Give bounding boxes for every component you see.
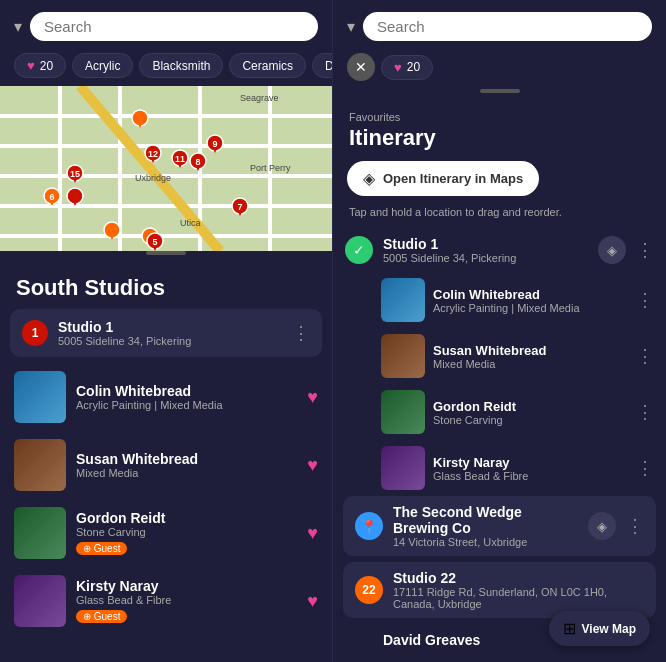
fav-count: 20 <box>407 60 420 74</box>
right-studio-addr: 17111 Ridge Rd, Sunderland, ON L0C 1H0, … <box>393 586 644 610</box>
heart-icon: ♥ <box>394 60 402 75</box>
right-studio-name: The Second Wedge Brewing Co <box>393 504 578 536</box>
open-maps-label: Open Itinerary in Maps <box>383 171 523 186</box>
left-panel: ▾ ♥ 20 Acrylic Blacksmith Ceramics Drawi… <box>0 0 333 662</box>
heart-button[interactable]: ♥ <box>307 523 318 544</box>
location-dot-icon: 📍 <box>355 512 383 540</box>
right-studio-item[interactable]: ✓ Studio 1 5005 Sideline 34, Pickering ◈… <box>333 228 666 272</box>
right-artist-item[interactable]: Gordon Reidt Stone Carving ⋮ <box>333 384 666 440</box>
studio-item[interactable]: 1 Studio 1 5005 Sideline 34, Pickering ⋮ <box>10 309 322 357</box>
right-studio-item[interactable]: 22 Studio 22 17111 Ridge Rd, Sunderland,… <box>343 562 656 618</box>
studio-number: 1 <box>22 320 48 346</box>
chip-fav[interactable]: ♥ 20 <box>14 53 66 78</box>
itinerary-title: Itinerary <box>333 125 666 161</box>
chip-label: Ceramics <box>242 59 293 73</box>
right-artist-info: Susan Whitebread Mixed Media <box>433 343 628 370</box>
right-search-wrap[interactable] <box>363 12 652 41</box>
heart-button[interactable]: ♥ <box>307 387 318 408</box>
close-button[interactable]: ✕ <box>347 53 375 81</box>
artist-name: Susan Whitebread <box>76 451 297 467</box>
left-chevron-icon[interactable]: ▾ <box>14 17 22 36</box>
drag-hint: Tap and hold a location to drag and reor… <box>333 206 666 228</box>
right-search-input[interactable] <box>377 18 638 35</box>
artist-item[interactable]: Susan Whitebread Mixed Media ♥ <box>0 431 332 499</box>
artist-thumb <box>381 446 425 490</box>
right-artist-item[interactable]: Susan Whitebread Mixed Media ⋮ <box>333 328 666 384</box>
more-icon[interactable]: ⋮ <box>636 345 654 367</box>
chip-drawing[interactable]: Drawi... <box>312 53 332 78</box>
artist-thumb <box>381 278 425 322</box>
artist-name: Gordon Reidt <box>76 510 297 526</box>
open-maps-button[interactable]: ◈ Open Itinerary in Maps <box>347 161 539 196</box>
artist-thumb <box>381 390 425 434</box>
right-artist-name: Kirsty Naray <box>433 455 628 470</box>
maps-icon: ◈ <box>363 169 375 188</box>
right-studio-addr: 14 Victoria Street, Uxbridge <box>393 536 578 548</box>
guest-badge: ⊕ Guest <box>76 610 127 623</box>
chip-label: Acrylic <box>85 59 120 73</box>
heart-button[interactable]: ♥ <box>307 591 318 612</box>
artist-thumb <box>14 575 66 627</box>
artist-thumb <box>14 371 66 423</box>
left-chips: ♥ 20 Acrylic Blacksmith Ceramics Drawi..… <box>0 49 332 86</box>
chip-acrylic[interactable]: Acrylic <box>72 53 133 78</box>
left-search-wrap[interactable] <box>30 12 318 41</box>
right-studio-addr: 5005 Sideline 34, Pickering <box>383 252 588 264</box>
left-search-input[interactable] <box>44 18 304 35</box>
right-artist-info: Kirsty Naray Glass Bead & Fibre <box>433 455 628 482</box>
studio-info: Studio 1 5005 Sideline 34, Pickering <box>58 319 282 347</box>
artist-list: Colin Whitebread Acrylic Painting | Mixe… <box>0 363 332 662</box>
right-chevron-icon[interactable]: ▾ <box>347 17 355 36</box>
right-studio-info: Studio 22 17111 Ridge Rd, Sunderland, ON… <box>393 570 644 610</box>
chip-label: Blacksmith <box>152 59 210 73</box>
right-artist-info: Gordon Reidt Stone Carving <box>433 399 628 426</box>
right-chips: ✕ ♥ 20 <box>333 49 666 89</box>
left-search-bar: ▾ <box>0 0 332 49</box>
right-studio-info: Studio 1 5005 Sideline 34, Pickering <box>383 236 588 264</box>
fav-count: 20 <box>40 59 53 73</box>
artist-thumb <box>14 507 66 559</box>
right-artist-item[interactable]: Kirsty Naray Glass Bead & Fibre ⋮ <box>333 440 666 496</box>
right-artist-medium: Glass Bead & Fibre <box>433 470 628 482</box>
artist-medium: Acrylic Painting | Mixed Media <box>76 399 297 411</box>
right-studio-name: Studio 22 <box>393 570 644 586</box>
artist-info: Susan Whitebread Mixed Media <box>76 451 297 479</box>
artist-item[interactable]: Colin Whitebread Acrylic Painting | Mixe… <box>0 363 332 431</box>
more-icon[interactable]: ⋮ <box>636 239 654 261</box>
chip-blacksmith[interactable]: Blacksmith <box>139 53 223 78</box>
right-studio-item[interactable]: 📍 The Second Wedge Brewing Co 14 Victori… <box>343 496 656 556</box>
view-map-button[interactable]: ⊞ View Map <box>549 611 650 646</box>
guest-badge: ⊕ Guest <box>76 542 127 555</box>
right-artist-medium: Stone Carving <box>433 414 628 426</box>
right-artist-item[interactable]: Colin Whitebread Acrylic Painting | Mixe… <box>333 272 666 328</box>
more-icon[interactable]: ⋮ <box>292 322 310 344</box>
chip-ceramics[interactable]: Ceramics <box>229 53 306 78</box>
studio-name: Studio 1 <box>58 319 282 335</box>
right-artist-medium: Mixed Media <box>433 358 628 370</box>
right-studio-info: The Second Wedge Brewing Co 14 Victoria … <box>393 504 578 548</box>
chip-label: Drawi... <box>325 59 332 73</box>
artist-medium: Stone Carving <box>76 526 297 538</box>
studio-addr: 5005 Sideline 34, Pickering <box>58 335 282 347</box>
right-artist-name: Susan Whitebread <box>433 343 628 358</box>
artist-medium: Glass Bead & Fibre <box>76 594 297 606</box>
artist-name: Colin Whitebread <box>76 383 297 399</box>
more-icon[interactable]: ⋮ <box>636 289 654 311</box>
more-icon[interactable]: ⋮ <box>636 457 654 479</box>
chip-fav[interactable]: ♥ 20 <box>381 55 433 80</box>
artist-medium: Mixed Media <box>76 467 297 479</box>
nav-icon[interactable]: ◈ <box>588 512 616 540</box>
favourites-label: Favourites <box>333 101 666 125</box>
right-list: ✓ Studio 1 5005 Sideline 34, Pickering ◈… <box>333 228 666 662</box>
artist-info: Kirsty Naray Glass Bead & Fibre ⊕ Guest <box>76 578 297 624</box>
right-artist-name: Colin Whitebread <box>433 287 628 302</box>
more-icon[interactable]: ⋮ <box>626 515 644 537</box>
artist-item[interactable]: Kirsty Naray Glass Bead & Fibre ⊕ Guest … <box>0 567 332 635</box>
artist-item[interactable]: Gordon Reidt Stone Carving ⊕ Guest ♥ <box>0 499 332 567</box>
nav-icon[interactable]: ◈ <box>598 236 626 264</box>
map-view[interactable] <box>0 86 332 251</box>
scroll-indicator <box>146 251 186 255</box>
more-icon[interactable]: ⋮ <box>636 401 654 423</box>
view-map-label: View Map <box>582 622 636 636</box>
heart-button[interactable]: ♥ <box>307 455 318 476</box>
